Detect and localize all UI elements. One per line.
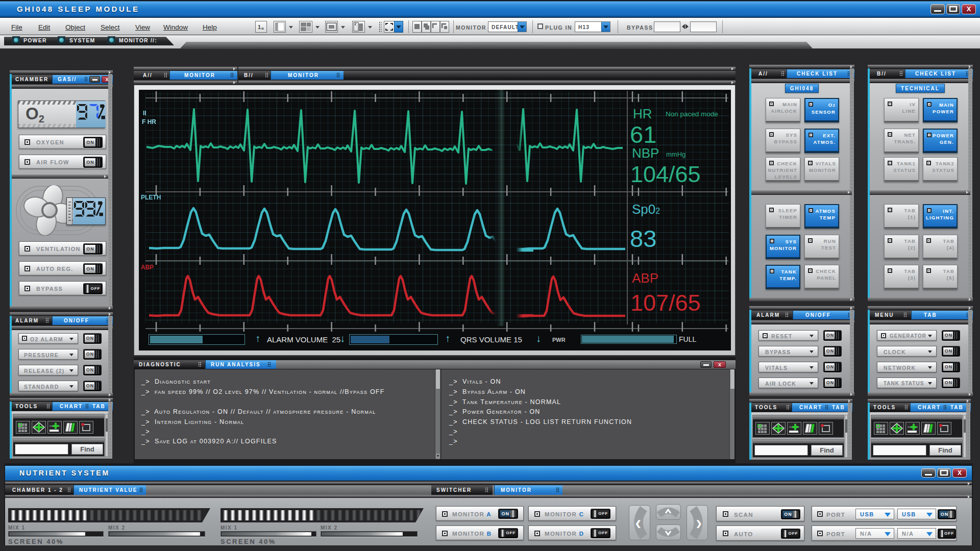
svg-text:❯: ❯ (696, 519, 702, 529)
svg-text:❮: ❮ (635, 519, 642, 529)
svg-text:II: II (143, 110, 146, 117)
svg-text:1: 1 (258, 24, 261, 30)
svg-text:F HR: F HR (142, 118, 156, 126)
svg-text:o: o (261, 26, 264, 31)
svg-text:ABP: ABP (141, 264, 154, 271)
svg-text:PLETH: PLETH (141, 194, 161, 201)
